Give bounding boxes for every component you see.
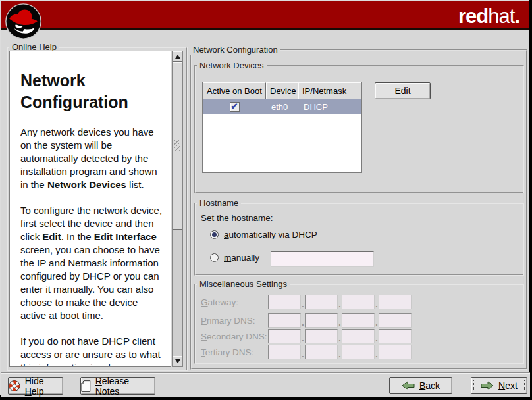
hostname-frame-label: Hostname — [197, 198, 241, 208]
table-header-row: Active on Boot Device IP/Netmask — [203, 82, 361, 99]
secondary-dns-octet-2 — [305, 329, 338, 343]
gateway-octet-1 — [268, 295, 301, 309]
next-label: Next — [498, 380, 518, 391]
tertiary-dns-octet-inputs: ... — [268, 345, 412, 359]
next-button[interactable]: Next — [471, 377, 527, 394]
radio-button-icon[interactable] — [210, 253, 219, 262]
active-on-boot-cell: ✔ — [203, 102, 266, 112]
primary-dns-octet-3 — [342, 313, 375, 328]
tertiary-dns-octet-1 — [268, 345, 301, 359]
secondary-dns-octet-1 — [268, 329, 301, 343]
scroll-up-button[interactable] — [173, 51, 182, 62]
miscellaneous-settings-frame-label: Miscellaneous Settings — [197, 279, 290, 289]
column-header-active-on-boot[interactable]: Active on Boot — [203, 82, 266, 99]
checkmark-icon: ✔ — [231, 101, 238, 111]
tertiary-dns-label: Tertiary DNS: — [201, 347, 253, 357]
help-paragraph-2: To configure the network device, first s… — [20, 204, 164, 322]
back-arrow-icon — [402, 381, 415, 390]
hide-help-button[interactable]: Hide Help — [8, 377, 63, 395]
arrow-up-icon — [175, 55, 180, 59]
document-icon — [81, 380, 91, 392]
network-devices-table: Active on Boot Device IP/Netmask ✔ eth0 … — [202, 82, 362, 173]
primary-dns-octet-inputs: ... — [268, 313, 412, 328]
secondary-dns-octet-4 — [379, 329, 412, 343]
network-configuration-frame-label: Network Configuration — [190, 45, 280, 55]
primary-dns-octet-2 — [305, 313, 338, 328]
release-notes-label: Release Notes — [95, 376, 155, 397]
next-arrow-icon — [481, 381, 494, 390]
installer-window: redhat. Online Help Network Configuratio… — [0, 0, 532, 400]
device-cell: eth0 — [266, 102, 298, 112]
help-title: Network Configuration — [20, 70, 164, 113]
redhat-shadowman-icon — [5, 3, 42, 40]
active-on-boot-checkbox[interactable]: ✔ — [230, 102, 240, 112]
window-body: redhat. Online Help Network Configuratio… — [0, 0, 529, 395]
redhat-wordmark: redhat. — [458, 5, 519, 28]
redhat-banner: redhat. — [1, 1, 529, 30]
help-paragraph-3: If you do not have DHCP client access or… — [20, 335, 164, 367]
help-paragraph-1: Any network devices you have on the syst… — [20, 126, 164, 191]
edit-button[interactable]: Edit — [375, 82, 431, 99]
gateway-octet-inputs: ... — [268, 295, 412, 309]
radio-button-icon[interactable] — [210, 230, 219, 239]
lifebuoy-icon — [9, 380, 20, 392]
gateway-label: Gateway: — [201, 297, 238, 307]
tertiary-dns-octet-2 — [305, 345, 338, 359]
scrollbar-thumb[interactable] — [173, 62, 182, 230]
gateway-octet-4 — [379, 295, 412, 309]
help-scrollbar[interactable] — [172, 51, 183, 367]
radio-automatically-via-dhcp[interactable]: automatically via DHCP — [210, 230, 317, 239]
secondary-dns-octet-inputs: ... — [268, 329, 412, 343]
footer-bar: Hide Help Release Notes Back Next — [1, 372, 530, 397]
radio-manual-label: manually — [224, 253, 259, 262]
network-devices-frame-label: Network Devices — [197, 61, 267, 70]
radio-auto-label: automatically via DHCP — [224, 230, 317, 239]
back-button[interactable]: Back — [389, 377, 452, 394]
primary-dns-label: Primary DNS: — [201, 316, 255, 326]
arrow-down-icon — [175, 359, 180, 363]
column-header-ip-netmask[interactable]: IP/Netmask — [298, 82, 361, 99]
table-row-eth0[interactable]: ✔ eth0 DHCP — [203, 99, 361, 114]
scroll-down-button[interactable] — [173, 356, 182, 366]
back-label: Back — [419, 380, 440, 391]
scrollbar-grip-icon — [174, 140, 180, 151]
secondary-dns-label: Secondary DNS: — [201, 332, 267, 341]
primary-dns-octet-4 — [379, 313, 412, 328]
tertiary-dns-octet-4 — [379, 345, 412, 359]
release-notes-button[interactable]: Release Notes — [80, 377, 155, 395]
tertiary-dns-octet-3 — [342, 345, 375, 359]
primary-dns-octet-1 — [268, 313, 301, 328]
help-text-area: Network Configuration Any network device… — [9, 51, 171, 367]
secondary-dns-octet-3 — [342, 329, 375, 343]
manual-hostname-input[interactable] — [271, 251, 374, 267]
gateway-octet-2 — [305, 295, 338, 309]
hide-help-label: Hide Help — [25, 376, 63, 397]
column-header-device[interactable]: Device — [266, 82, 298, 99]
radio-manually[interactable]: manually — [210, 253, 259, 262]
edit-button-label: Edit — [394, 86, 410, 96]
set-hostname-label: Set the hostname: — [201, 213, 273, 223]
ip-netmask-cell: DHCP — [298, 102, 361, 112]
gateway-octet-3 — [342, 295, 375, 309]
